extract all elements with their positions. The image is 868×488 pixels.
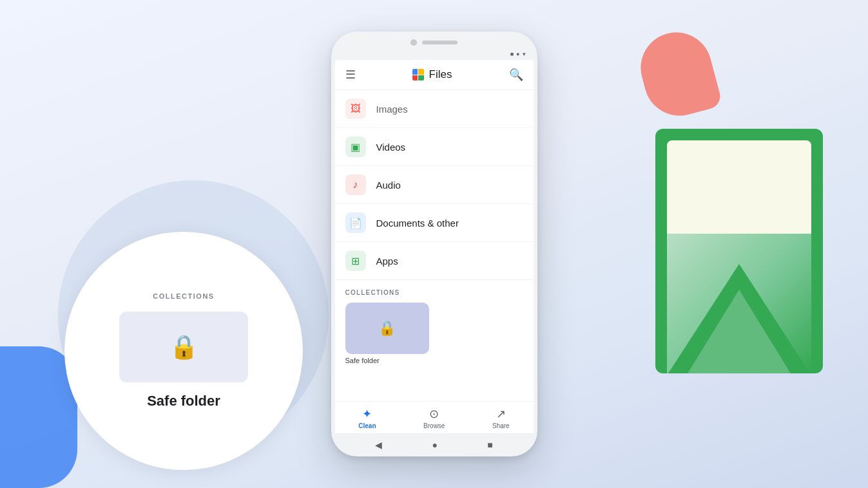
files-logo	[412, 69, 424, 80]
clean-icon: ✦	[362, 407, 372, 420]
phone-system-nav: ◀ ● ■	[331, 440, 537, 450]
menu-icon[interactable]: ☰	[345, 68, 356, 82]
phone-camera	[410, 39, 417, 46]
collections-circle-label: COLLECTIONS	[153, 292, 214, 300]
phone-notch	[331, 32, 537, 50]
lock-icon-large: 🔒	[169, 333, 198, 361]
safe-folder-card: 🔒	[119, 312, 248, 382]
share-icon: ↗	[496, 407, 506, 420]
safe-folder-title: Safe folder	[147, 393, 220, 409]
audio-icon: ♪	[345, 174, 366, 195]
nav-share[interactable]: ↗ Share	[492, 407, 510, 420]
recents-button[interactable]: ■	[487, 440, 492, 450]
list-item-videos[interactable]: ▣ Videos	[335, 128, 534, 166]
collections-section: COLLECTIONS 🔒 Safe folder	[335, 280, 534, 370]
app-header: ☰ Files 🔍	[335, 60, 534, 90]
wifi-icon: ●	[516, 51, 519, 57]
documents-icon: 📄	[345, 212, 366, 233]
bottom-navigation: ✦ Clean ⊙ Browse ↗ Share	[335, 401, 534, 420]
logo-blue	[412, 69, 418, 75]
list-item-documents[interactable]: 📄 Documents & other	[335, 204, 534, 242]
videos-icon: ▣	[345, 136, 366, 157]
battery-icon: ▾	[523, 51, 526, 57]
phone-mockup: ■ ● ▾ ☰ Files 🔍	[331, 32, 537, 456]
apps-icon: ⊞	[345, 250, 366, 271]
logo-red	[412, 75, 418, 81]
search-icon[interactable]: 🔍	[509, 68, 523, 82]
safe-folder-mini-label: Safe folder	[345, 357, 523, 364]
images-icon: 🖼	[345, 99, 366, 119]
header-title-area: Files	[412, 68, 452, 81]
green-decorative-frame	[655, 129, 823, 373]
app-screen: ☰ Files 🔍 🖼 Images	[335, 60, 534, 420]
lock-icon-mini: 🔒	[378, 320, 396, 337]
list-item-apps[interactable]: ⊞ Apps	[335, 242, 534, 280]
phone-status-bar: ■ ● ▾	[331, 50, 537, 60]
nav-browse[interactable]: ⊙ Browse	[423, 407, 445, 420]
logo-green	[418, 75, 424, 81]
safe-folder-mini-card[interactable]: 🔒	[345, 303, 429, 354]
browse-icon: ⊙	[429, 407, 439, 420]
logo-yellow	[418, 69, 424, 75]
collections-circle: COLLECTIONS 🔒 Safe folder	[64, 232, 303, 470]
list-item-images[interactable]: 🖼 Images	[335, 90, 534, 128]
signal-icon: ■	[510, 51, 514, 57]
collections-section-label: COLLECTIONS	[345, 289, 523, 296]
phone-speaker	[422, 41, 458, 44]
audio-label: Audio	[376, 180, 401, 191]
back-button[interactable]: ◀	[375, 440, 382, 450]
list-item-audio[interactable]: ♪ Audio	[335, 166, 534, 204]
home-button[interactable]: ●	[432, 440, 438, 450]
pink-decorative-shape	[633, 24, 723, 124]
documents-label: Documents & other	[376, 218, 459, 229]
videos-label: Videos	[376, 142, 406, 153]
images-label: Images	[376, 104, 408, 115]
nav-clean[interactable]: ✦ Clean	[358, 407, 376, 420]
app-title: Files	[429, 68, 452, 81]
apps-label: Apps	[376, 256, 398, 267]
